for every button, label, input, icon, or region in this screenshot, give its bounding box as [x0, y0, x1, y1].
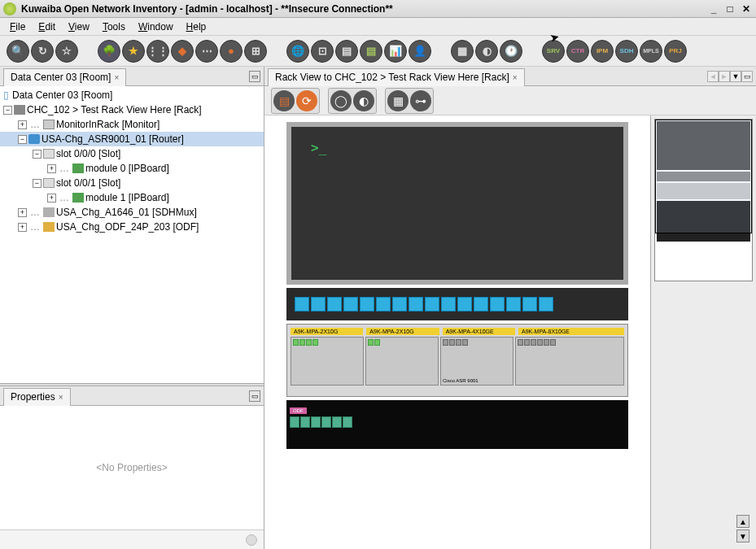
port[interactable]	[550, 339, 556, 346]
scroll-up-icon[interactable]: ▲	[736, 515, 749, 528]
tab-properties[interactable]: Properties ×	[3, 388, 71, 406]
search-icon[interactable]: 🔍	[7, 40, 29, 63]
sdh-port[interactable]	[425, 297, 439, 312]
router-module[interactable]	[291, 337, 364, 386]
odf-port[interactable]	[290, 416, 299, 428]
collapse-icon[interactable]: −	[33, 179, 42, 188]
port[interactable]	[299, 339, 305, 346]
port[interactable]	[524, 339, 530, 346]
tree-node-slot0[interactable]: − slot 0/0/0 [Slot]	[0, 146, 264, 161]
rack-canvas[interactable]: >_ A9K-MPA-2X10G A9K-MPA-2X10G A9K-MPA-4…	[264, 115, 650, 549]
grid-view-icon[interactable]: ▦	[387, 90, 409, 111]
rack-unit-router[interactable]: A9K-MPA-2X10G A9K-MPA-2X10G A9K-MPA-4X10…	[286, 324, 628, 397]
odf-port[interactable]	[343, 416, 352, 428]
port[interactable]	[518, 339, 523, 346]
tree-root[interactable]: ▯ Data Center 03 [Room]	[0, 88, 264, 102]
odf-port[interactable]	[311, 416, 321, 428]
devices-icon[interactable]: ⊡	[311, 40, 334, 63]
tree-icon[interactable]: 🌳	[98, 40, 120, 63]
maximize-tab-icon[interactable]: ▭	[741, 71, 753, 82]
rack-unit-sdh[interactable]	[286, 288, 628, 320]
prev-tab-icon[interactable]: ◄	[707, 71, 719, 82]
dropdown-tab-icon[interactable]: ▼	[730, 71, 741, 82]
router-module[interactable]: Cisco ASR 9001	[440, 337, 513, 386]
tree-node-slot1[interactable]: − slot 0/0/1 [Slot]	[0, 176, 264, 190]
sdh-port[interactable]	[539, 297, 553, 312]
tab-close-icon[interactable]: ×	[59, 393, 63, 402]
panel-minimize-icon[interactable]: ▭	[249, 390, 260, 402]
half-circle-icon[interactable]: ◐	[353, 90, 374, 111]
sdh-port[interactable]	[506, 297, 521, 312]
sdh-port[interactable]	[311, 297, 326, 312]
minimize-button[interactable]: _	[707, 2, 720, 15]
refresh-icon[interactable]: ↻	[31, 40, 54, 63]
star-icon[interactable]: ★	[122, 40, 145, 63]
list-icon[interactable]: ▤	[335, 40, 358, 63]
odf-port[interactable]	[321, 416, 331, 428]
expand-icon[interactable]: +	[47, 164, 56, 173]
tree-node-module0[interactable]: + … module 0 [IPBoard]	[0, 161, 264, 176]
odf-port[interactable]	[300, 416, 310, 428]
tree-node-rack[interactable]: − CHC_102 > Test Rack View Here [Rack]	[0, 102, 264, 117]
sdh-port[interactable]	[327, 297, 342, 312]
sdh-port[interactable]	[490, 297, 505, 312]
port[interactable]	[449, 339, 455, 346]
rack-unit-monitor[interactable]: >_	[286, 122, 628, 285]
orange-icon[interactable]: ●	[220, 40, 243, 63]
port[interactable]	[374, 339, 380, 346]
sdh-port[interactable]	[295, 297, 309, 312]
odf-port[interactable]	[332, 416, 342, 428]
tab-rackview[interactable]: Rack View to CHC_102 > Test Rack View He…	[268, 68, 525, 86]
dots-icon[interactable]: ⋯	[195, 40, 218, 63]
minimap[interactable]	[654, 119, 753, 281]
minimap-viewport[interactable]	[655, 120, 752, 233]
globe-icon[interactable]: 🌐	[286, 40, 309, 63]
menu-edit[interactable]: Edit	[32, 20, 62, 34]
circle-icon[interactable]: ◯	[330, 90, 352, 111]
port[interactable]	[306, 339, 312, 346]
list2-icon[interactable]: ▤	[360, 40, 382, 63]
port[interactable]	[537, 339, 543, 346]
topology-icon[interactable]: ⊞	[244, 40, 267, 63]
menu-file[interactable]: File	[3, 20, 32, 34]
menu-help[interactable]: Help	[180, 20, 213, 34]
port[interactable]	[312, 339, 318, 346]
menu-tools[interactable]: Tools	[96, 20, 132, 34]
tab-datacenter[interactable]: Data Center 03 [Room] ×	[3, 68, 126, 86]
scroll-down-icon[interactable]: ▼	[736, 529, 749, 542]
collapse-icon[interactable]: −	[3, 106, 12, 115]
tab-close-icon[interactable]: ×	[114, 73, 119, 82]
menu-view[interactable]: View	[62, 20, 96, 34]
pie-icon[interactable]: ◐	[475, 40, 498, 63]
port[interactable]	[456, 339, 461, 346]
router-module[interactable]	[515, 337, 624, 386]
mpls-button[interactable]	[640, 40, 662, 63]
close-button[interactable]: ✕	[740, 2, 753, 15]
router-module[interactable]	[365, 337, 439, 386]
sdh-port[interactable]	[392, 297, 407, 312]
next-tab-icon[interactable]: ►	[719, 71, 730, 82]
refresh-orange-icon[interactable]: ⟳	[296, 90, 317, 111]
sdh-port[interactable]	[522, 297, 537, 312]
port[interactable]	[531, 339, 536, 346]
rack-unit-odf[interactable]: ODF	[286, 400, 628, 449]
tree-node-monitor[interactable]: + … MonitorInRack [Monitor]	[0, 117, 264, 132]
maximize-button[interactable]: □	[723, 2, 736, 15]
tree-node-sdh[interactable]: + … USA_Chg_A1646_01 [SDHMux]	[0, 205, 264, 220]
ipm-button[interactable]	[591, 40, 614, 63]
chart-icon[interactable]: 📊	[384, 40, 407, 63]
navigation-tree[interactable]: ▯ Data Center 03 [Room] − CHC_102 > Test…	[0, 86, 264, 383]
tree-node-router[interactable]: − USA-Chg_ASR9001_01 [Router]	[0, 132, 264, 146]
port[interactable]	[462, 339, 468, 346]
menu-window[interactable]: Window	[132, 20, 180, 34]
port[interactable]	[443, 339, 448, 346]
clock-icon[interactable]: 🕐	[500, 40, 522, 63]
sdh-port[interactable]	[457, 297, 472, 312]
port[interactable]	[293, 339, 299, 346]
star-outline-icon[interactable]: ☆	[55, 40, 78, 63]
ctr-button[interactable]	[566, 40, 589, 63]
port[interactable]	[544, 339, 549, 346]
grid-icon[interactable]: ◆	[171, 40, 194, 63]
cpu-icon[interactable]: ▦	[451, 40, 474, 63]
sdh-port[interactable]	[343, 297, 358, 312]
